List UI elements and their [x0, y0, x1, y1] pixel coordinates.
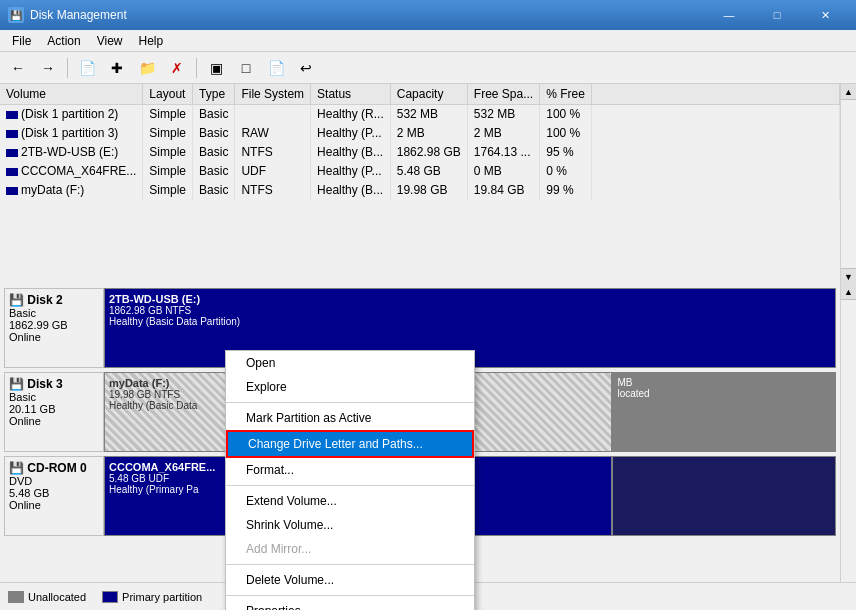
- table-row[interactable]: (Disk 1 partition 2) Simple Basic Health…: [0, 105, 840, 124]
- table-row[interactable]: 2TB-WD-USB (E:) Simple Basic NTFS Health…: [0, 143, 840, 162]
- menu-item-shrink-volume[interactable]: Shrink Volume...: [226, 513, 474, 537]
- help-button[interactable]: ✚: [103, 55, 131, 81]
- volume-table-scroll: Volume Layout Type File System Status Ca…: [0, 84, 840, 284]
- col-layout[interactable]: Layout: [143, 84, 193, 105]
- menu-separator-6: [226, 485, 474, 486]
- cell-free: 1764.13 ...: [467, 143, 539, 162]
- open-button[interactable]: 📄: [262, 55, 290, 81]
- col-freespace[interactable]: Free Spa...: [467, 84, 539, 105]
- legend-unallocated-box: [8, 591, 24, 603]
- window-title: Disk Management: [30, 8, 127, 22]
- cell-free: 2 MB: [467, 124, 539, 143]
- menu-item-change-drive-letter-and-paths[interactable]: Change Drive Letter and Paths...: [226, 430, 474, 458]
- undo-button[interactable]: ↩: [292, 55, 320, 81]
- menu-item-open[interactable]: Open: [226, 351, 474, 375]
- table-scrollbar[interactable]: ▲ ▼: [840, 84, 856, 284]
- cell-pct: 100 %: [540, 105, 592, 124]
- menu-bar: File Action View Help: [0, 30, 856, 52]
- cell-status: Healthy (P...: [311, 124, 391, 143]
- toolbar: ← → 📄 ✚ 📁 ✗ ▣ □ 📄 ↩: [0, 52, 856, 84]
- table-row[interactable]: (Disk 1 partition 3) Simple Basic RAW He…: [0, 124, 840, 143]
- legend-primary: Primary partition: [102, 591, 202, 603]
- cell-type: Basic: [193, 105, 235, 124]
- cell-status: Healthy (B...: [311, 181, 391, 200]
- col-volume[interactable]: Volume: [0, 84, 143, 105]
- cell-type: Basic: [193, 181, 235, 200]
- cell-type: Basic: [193, 162, 235, 181]
- table-row[interactable]: myData (F:) Simple Basic NTFS Healthy (B…: [0, 181, 840, 200]
- disk-label-2: 💾 CD-ROM 0 DVD 5.48 GB Online: [4, 456, 104, 536]
- volume-table: Volume Layout Type File System Status Ca…: [0, 84, 840, 200]
- cell-capacity: 532 MB: [390, 105, 467, 124]
- menu-separator-12: [226, 595, 474, 596]
- toolbar-separator-2: [196, 58, 197, 78]
- cell-layout: Simple: [143, 105, 193, 124]
- delete-button[interactable]: ✗: [163, 55, 191, 81]
- legend-primary-box: [102, 591, 118, 603]
- cell-fs: UDF: [235, 162, 311, 181]
- cell-free: 19.84 GB: [467, 181, 539, 200]
- partition-2-1[interactable]: [613, 457, 835, 535]
- cell-layout: Simple: [143, 124, 193, 143]
- cell-layout: Simple: [143, 162, 193, 181]
- disk-label-1: 💾 Disk 3 Basic 20.11 GB Online: [4, 372, 104, 452]
- menu-action[interactable]: Action: [39, 32, 88, 50]
- volume-table-wrapper: Volume Layout Type File System Status Ca…: [0, 84, 856, 284]
- disk-label-0: 💾 Disk 2 Basic 1862.99 GB Online: [4, 288, 104, 368]
- toolbar-separator-1: [67, 58, 68, 78]
- cell-capacity: 19.98 GB: [390, 181, 467, 200]
- menu-item-delete-volume[interactable]: Delete Volume...: [226, 568, 474, 592]
- cell-status: Healthy (R...: [311, 105, 391, 124]
- col-type[interactable]: Type: [193, 84, 235, 105]
- cell-capacity: 5.48 GB: [390, 162, 467, 181]
- forward-button[interactable]: →: [34, 55, 62, 81]
- back-button[interactable]: ←: [4, 55, 32, 81]
- menu-help[interactable]: Help: [131, 32, 172, 50]
- cell-fs: RAW: [235, 124, 311, 143]
- col-status[interactable]: Status: [311, 84, 391, 105]
- menu-view[interactable]: View: [89, 32, 131, 50]
- context-menu: OpenExploreMark Partition as ActiveChang…: [225, 350, 475, 610]
- cell-capacity: 1862.98 GB: [390, 143, 467, 162]
- menu-file[interactable]: File: [4, 32, 39, 50]
- diskmap-scrollbar[interactable]: ▲ ▼: [840, 284, 856, 610]
- menu-item-mark-partition-as-active[interactable]: Mark Partition as Active: [226, 406, 474, 430]
- close-button[interactable]: ✕: [802, 0, 848, 30]
- new-button[interactable]: ▣: [202, 55, 230, 81]
- legend-primary-label: Primary partition: [122, 591, 202, 603]
- scrollbar-up[interactable]: ▲: [841, 84, 856, 100]
- menu-item-format[interactable]: Format...: [226, 458, 474, 482]
- format-button[interactable]: □: [232, 55, 260, 81]
- cell-pct: 99 %: [540, 181, 592, 200]
- diskmap-scroll-up[interactable]: ▲: [841, 284, 856, 300]
- menu-separator-2: [226, 402, 474, 403]
- cell-free: 0 MB: [467, 162, 539, 181]
- cell-volume: myData (F:): [0, 181, 143, 200]
- cell-pct: 95 %: [540, 143, 592, 162]
- maximize-button[interactable]: □: [754, 0, 800, 30]
- cell-status: Healthy (P...: [311, 162, 391, 181]
- col-filesystem[interactable]: File System: [235, 84, 311, 105]
- scrollbar-track: [841, 100, 856, 268]
- menu-item-extend-volume[interactable]: Extend Volume...: [226, 489, 474, 513]
- menu-separator-10: [226, 564, 474, 565]
- scrollbar-down[interactable]: ▼: [841, 268, 856, 284]
- col-capacity[interactable]: Capacity: [390, 84, 467, 105]
- menu-item-properties[interactable]: Properties: [226, 599, 474, 610]
- menu-item-add-mirror: Add Mirror...: [226, 537, 474, 561]
- table-row[interactable]: CCCOMA_X64FRE... Simple Basic UDF Health…: [0, 162, 840, 181]
- partition-1-1[interactable]: MB located: [613, 373, 835, 451]
- cell-layout: Simple: [143, 181, 193, 200]
- cell-fs: [235, 105, 311, 124]
- cell-status: Healthy (B...: [311, 143, 391, 162]
- col-extra: [591, 84, 839, 105]
- menu-item-explore[interactable]: Explore: [226, 375, 474, 399]
- cell-volume: (Disk 1 partition 3): [0, 124, 143, 143]
- properties-button[interactable]: 📄: [73, 55, 101, 81]
- cell-fs: NTFS: [235, 143, 311, 162]
- col-pctfree[interactable]: % Free: [540, 84, 592, 105]
- minimize-button[interactable]: —: [706, 0, 752, 30]
- title-bar: 💾 Disk Management — □ ✕: [0, 0, 856, 30]
- folder-button[interactable]: 📁: [133, 55, 161, 81]
- cell-free: 532 MB: [467, 105, 539, 124]
